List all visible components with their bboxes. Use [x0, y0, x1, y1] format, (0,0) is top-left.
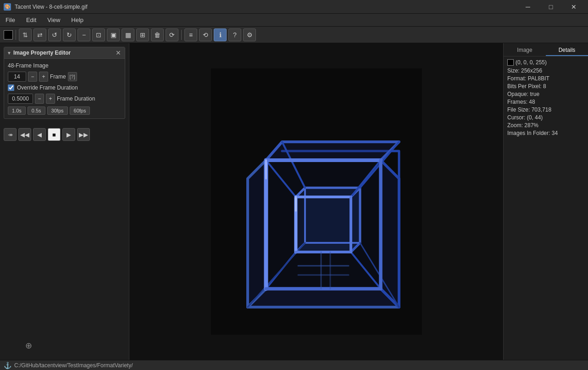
quick-60fps-btn[interactable]: 60fps — [70, 107, 90, 115]
prop-editor-title: Image Property Editor — [13, 50, 71, 56]
status-bar: ⚓ C:/GitHub/tacentview/TestImages/Format… — [0, 360, 588, 370]
duration-increment-btn[interactable]: + — [46, 94, 55, 104]
duration-input[interactable] — [8, 94, 33, 104]
app-icon: 🎨 — [4, 3, 11, 11]
tab-image[interactable]: Image — [504, 45, 546, 56]
settings-btn[interactable]: ⚙ — [243, 28, 256, 41]
frame-text-label: Frame — [50, 73, 66, 80]
filesize-label: File Size: — [507, 107, 532, 113]
duration-row: − + Frame Duration — [8, 94, 121, 104]
opaque-row: Opaque: true — [507, 91, 584, 97]
collapse-arrow-icon: ▼ — [7, 50, 11, 56]
menu-bar: File Edit View Help — [0, 14, 588, 27]
bpp-row: Bits Per Pixel: 8 — [507, 83, 584, 90]
format-value: PAL8BIT — [528, 75, 549, 82]
opaque-label: Opaque: — [507, 91, 530, 97]
zoom-row: Zoom: 287% — [507, 122, 584, 129]
stop-btn[interactable]: ■ — [48, 128, 61, 141]
info-btn[interactable]: ℹ — [214, 28, 227, 41]
frames-label: Frames: — [507, 99, 529, 105]
toolbar: ⇅ ⇄ ↺ ↻ − ⊡ ▣ ▦ ⊞ 🗑 ⟳ ≡ ⟲ ℹ ? ⚙ — [0, 27, 588, 43]
opaque-value: true — [530, 91, 539, 97]
override-checkbox[interactable] — [8, 84, 14, 91]
images-row: Images In Folder: 34 — [507, 130, 584, 136]
title-controls: ─ □ ✕ — [517, 0, 584, 14]
rotate-ccw-btn[interactable]: ↺ — [48, 28, 61, 41]
minimize-button[interactable]: ─ — [517, 0, 538, 14]
adjustments-btn[interactable]: ≡ — [184, 28, 197, 41]
status-path: C:/GitHub/tacentview/TestImages/FormatVa… — [14, 362, 133, 369]
goto-start-btn[interactable]: ↠ — [4, 128, 17, 141]
prop-editor-header[interactable]: ▼ Image Property Editor ✕ — [4, 47, 125, 59]
grid-btn[interactable]: ⊞ — [136, 28, 149, 41]
format-row: Format: PAL8BIT — [507, 75, 584, 82]
frames-value: 48 — [529, 99, 535, 105]
filesize-value: 703,718 — [532, 107, 551, 113]
prop-editor: ▼ Image Property Editor ✕ 48-Frame Image… — [4, 47, 125, 119]
tab-details[interactable]: Details — [546, 45, 588, 56]
recycle-btn[interactable]: ⟳ — [166, 28, 178, 41]
crosshair-icon: ⊕ — [25, 341, 32, 351]
override-checkbox-row: Override Frame Duration — [8, 84, 121, 91]
goto-end-btn[interactable]: ▶▶ — [77, 128, 90, 141]
crop-btn[interactable]: ⊡ — [92, 28, 105, 41]
duration-text-label: Frame Duration — [57, 95, 95, 102]
main-content: ▼ Image Property Editor ✕ 48-Frame Image… — [0, 43, 588, 360]
canvas-area[interactable] — [129, 43, 503, 360]
title-text: Tacent View - 8-cell-simple.gif — [15, 4, 88, 10]
toolbar-sep-2 — [181, 30, 182, 40]
frame-input[interactable] — [8, 72, 26, 82]
right-panel-tabs: Image Details — [504, 45, 588, 56]
close-button[interactable]: ✕ — [563, 0, 584, 14]
flip-v-btn[interactable]: ⇅ — [19, 28, 32, 41]
size-value: 256x256 — [521, 67, 542, 74]
image-canvas — [211, 68, 422, 335]
color-value: (0, 0, 0, 255) — [516, 59, 547, 66]
frame-decrement-btn[interactable]: − — [28, 72, 37, 82]
prop-editor-body: 48-Frame Image − + Frame [?] Override Fr… — [4, 59, 125, 118]
quick-1s-btn[interactable]: 1.0s — [8, 107, 26, 115]
quick-half-btn[interactable]: 0.5s — [28, 107, 45, 115]
left-panel: ▼ Image Property Editor ✕ 48-Frame Image… — [0, 43, 129, 360]
bpp-value: 8 — [543, 83, 546, 90]
images-label: Images In Folder: — [507, 130, 552, 136]
color-swatch[interactable] — [4, 30, 13, 39]
menu-help[interactable]: Help — [66, 15, 89, 25]
title-bar: 🎨 Tacent View - 8-cell-simple.gif ─ □ ✕ — [0, 0, 588, 14]
flip-h-btn[interactable]: ⇄ — [33, 28, 46, 41]
prev-many-btn[interactable]: ◀◀ — [18, 128, 31, 141]
menu-file[interactable]: File — [0, 15, 21, 25]
right-panel-body: (0, 0, 0, 255) Size: 256x256 Format: PAL… — [504, 56, 588, 140]
quick-30fps-btn[interactable]: 30fps — [47, 107, 68, 115]
toolbar-sep-1 — [16, 30, 16, 40]
frame-help-btn[interactable]: [?] — [68, 72, 77, 81]
delete-btn[interactable]: 🗑 — [151, 28, 164, 41]
size-row: Size: 256x256 — [507, 67, 584, 74]
maximize-button[interactable]: □ — [540, 0, 561, 14]
menu-edit[interactable]: Edit — [21, 15, 42, 25]
status-icon: ⚓ — [4, 362, 11, 369]
refresh-btn[interactable]: ⟲ — [199, 28, 212, 41]
color-swatch-small — [507, 59, 514, 66]
title-bar-left: 🎨 Tacent View - 8-cell-simple.gif — [4, 3, 88, 11]
aspect-btn[interactable]: ▣ — [107, 28, 120, 41]
zoom-out-btn[interactable]: − — [78, 28, 90, 41]
right-panel: Image Details (0, 0, 0, 255) Size: 256x2… — [503, 43, 588, 360]
help-toolbar-btn[interactable]: ? — [228, 28, 241, 41]
bpp-label: Bits Per Pixel: — [507, 83, 543, 90]
images-value: 34 — [552, 130, 558, 136]
format-label: Format: — [507, 75, 528, 82]
quick-btns-row: 1.0s 0.5s 30fps 60fps — [8, 107, 121, 115]
prev-btn[interactable]: ◀ — [33, 128, 46, 141]
color-info-row: (0, 0, 0, 255) — [507, 59, 584, 66]
playback-controls: ↠ ◀◀ ◀ ■ ▶ ▶▶ — [0, 124, 129, 145]
prop-editor-close-btn[interactable]: ✕ — [115, 49, 122, 56]
filter-btn[interactable]: ▦ — [122, 28, 134, 41]
duration-decrement-btn[interactable]: − — [35, 94, 44, 104]
menu-view[interactable]: View — [42, 15, 66, 25]
frame-increment-btn[interactable]: + — [39, 72, 48, 82]
play-forward-btn[interactable]: ▶ — [62, 128, 75, 141]
override-label[interactable]: Override Frame Duration — [17, 84, 78, 91]
rotate-cw-btn[interactable]: ↻ — [63, 28, 76, 41]
zoom-label: Zoom: — [507, 122, 524, 129]
